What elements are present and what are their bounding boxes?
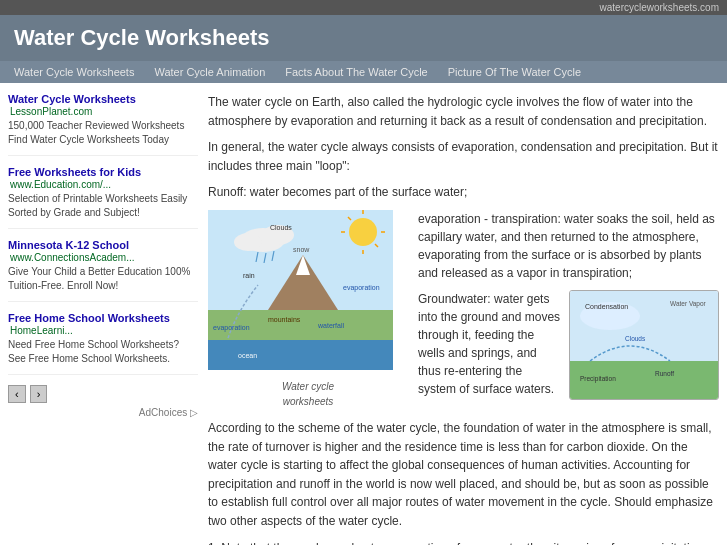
nav-item-picture[interactable]: Picture Of The Water Cycle [448, 66, 581, 78]
ad-desc-1: 150,000 Teacher Reviewed Worksheets Find… [8, 119, 198, 147]
svg-text:ocean: ocean [238, 352, 257, 359]
sidebar-nav-buttons: ‹ › [8, 385, 198, 403]
ad-source-1: LessonPlanet.com [10, 106, 92, 117]
ad-source-4: HomeLearni... [10, 325, 73, 336]
top-bar: watercycleworksheets.com [0, 0, 727, 15]
main-nav: Water Cycle Worksheets Water Cycle Anima… [0, 61, 727, 83]
ad-source-2: www.Education.com/... [10, 179, 111, 190]
ad-item-2: Free Worksheets for Kids www.Education.c… [8, 166, 198, 229]
article-intro: The water cycle on Earth, also called th… [208, 93, 719, 202]
main-content: Water Cycle Worksheets LessonPlanet.com … [0, 83, 727, 545]
sidebar: Water Cycle Worksheets LessonPlanet.com … [8, 93, 198, 545]
ad-item-1: Water Cycle Worksheets LessonPlanet.com … [8, 93, 198, 156]
domain-text: watercycleworksheets.com [600, 2, 719, 13]
svg-text:Clouds: Clouds [625, 335, 646, 342]
ad-source-3: www.ConnectionsAcadem... [10, 252, 135, 263]
evaporation-paragraph: evaporation - transpiration: water soaks… [418, 210, 719, 282]
ad-desc-4: Need Free Home School Worksheets? See Fr… [8, 338, 198, 366]
svg-text:evaporation: evaporation [213, 324, 250, 332]
article: The water cycle on Earth, also called th… [208, 93, 719, 545]
svg-text:waterfall: waterfall [317, 322, 345, 329]
nav-item-worksheets[interactable]: Water Cycle Worksheets [14, 66, 134, 78]
svg-text:Clouds: Clouds [270, 224, 292, 231]
next-button[interactable]: › [30, 385, 48, 403]
diagram-area: Clouds rain snow evaporation waterfall e… [208, 210, 408, 409]
intro-paragraph-1: The water cycle on Earth, also called th… [208, 93, 719, 130]
ad-desc-2: Selection of Printable Worksheets Easily… [8, 192, 198, 220]
side-diagram: Condensation Clouds Water Vapor Precipit… [569, 290, 719, 400]
svg-point-3 [349, 218, 377, 246]
prev-button[interactable]: ‹ [8, 385, 26, 403]
svg-point-12 [234, 233, 262, 251]
svg-rect-16 [208, 340, 393, 370]
ad-title-4[interactable]: Free Home School Worksheets [8, 312, 170, 324]
nav-item-animation[interactable]: Water Cycle Animation [154, 66, 265, 78]
svg-text:mountains: mountains [268, 316, 301, 323]
body-paragraph-2: 1. Note that the sea loses due to evapor… [208, 539, 719, 545]
diagram-caption: Water cycle worksheets [208, 379, 408, 409]
nav-item-facts[interactable]: Facts About The Water Cycle [285, 66, 427, 78]
ad-item-3: Minnesota K-12 School www.ConnectionsAca… [8, 239, 198, 302]
right-text-area: evaporation - transpiration: water soaks… [418, 210, 719, 409]
header: Water Cycle Worksheets [0, 15, 727, 61]
ad-desc-3: Give Your Child a Better Education 100% … [8, 265, 198, 293]
body-paragraph-1: According to the scheme of the water cyc… [208, 419, 719, 531]
svg-text:snow: snow [293, 246, 310, 253]
svg-text:Runoff: Runoff [655, 370, 674, 377]
runoff-paragraph: Runoff: water becomes part of the surfac… [208, 183, 719, 202]
page-title: Water Cycle Worksheets [14, 25, 713, 51]
ad-title-3[interactable]: Minnesota K-12 School [8, 239, 129, 251]
svg-text:Precipitation: Precipitation [580, 375, 616, 383]
svg-text:Water Vapor: Water Vapor [670, 300, 707, 308]
svg-text:Condensation: Condensation [585, 303, 628, 310]
intro-paragraph-2: In general, the water cycle always consi… [208, 138, 719, 175]
svg-text:evaporation: evaporation [343, 284, 380, 292]
svg-text:rain: rain [243, 272, 255, 279]
article-middle: Clouds rain snow evaporation waterfall e… [208, 210, 719, 409]
ad-choices: AdChoices ▷ [8, 407, 198, 418]
ad-title-1[interactable]: Water Cycle Worksheets [8, 93, 136, 105]
ad-title-2[interactable]: Free Worksheets for Kids [8, 166, 141, 178]
water-cycle-diagram: Clouds rain snow evaporation waterfall e… [208, 210, 393, 370]
ad-item-4: Free Home School Worksheets HomeLearni..… [8, 312, 198, 375]
article-body: According to the scheme of the water cyc… [208, 419, 719, 545]
